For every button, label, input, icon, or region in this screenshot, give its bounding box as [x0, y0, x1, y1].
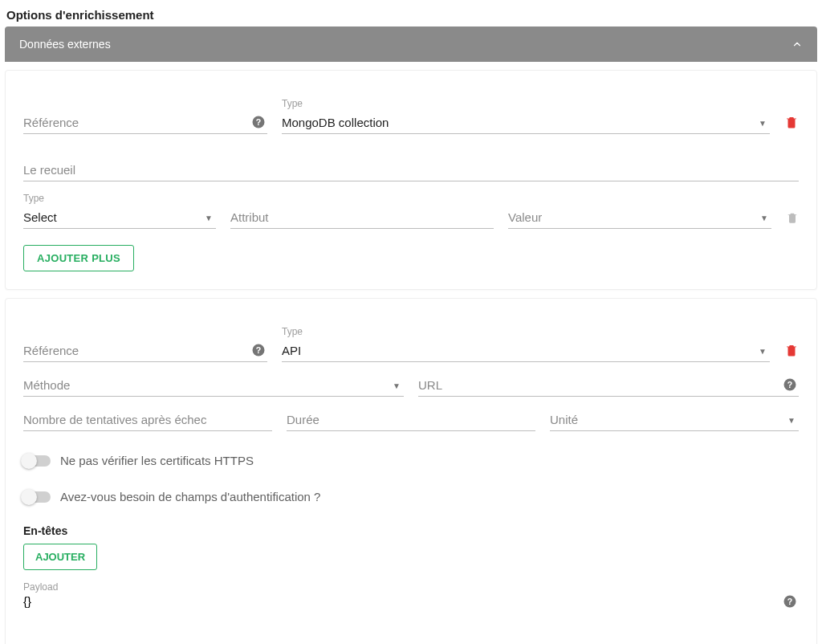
help-icon[interactable]: ? [783, 377, 797, 392]
type-label: Type [282, 98, 770, 109]
type-field: Type API ▼ [282, 326, 770, 362]
type-label: Type [282, 326, 770, 337]
svg-text:?: ? [787, 380, 792, 389]
payload-label: Payload [23, 581, 799, 593]
retries-field [23, 408, 272, 431]
auth-label: Avez-vous besoin de champs d'authentific… [60, 490, 320, 503]
filter-value-field: Valeur ▼ [508, 206, 771, 229]
auth-toggle-row: Avez-vous besoin de champs d'authentific… [23, 490, 799, 503]
filter-attribute-input[interactable] [230, 206, 494, 229]
filter-value-select[interactable]: Valeur [508, 206, 771, 229]
collection-input[interactable]: Le recueil [23, 145, 799, 181]
help-icon[interactable]: ? [251, 343, 266, 357]
enrichment-card-api: ? Type API ▼ Méthode ▼ ? [5, 298, 817, 644]
svg-text:?: ? [256, 117, 261, 127]
filter-type-label: Type [23, 193, 216, 204]
url-field: ? [418, 373, 799, 397]
filter-type-select[interactable]: Select [23, 206, 216, 229]
reference-input[interactable] [23, 111, 267, 134]
verify-https-toggle-row: Ne pas vérifier les certificats HTTPS [23, 454, 799, 467]
collection-field: Le recueil [23, 145, 799, 181]
retries-input[interactable] [23, 408, 272, 431]
type-select[interactable]: API [282, 339, 770, 362]
payload-textarea[interactable] [23, 593, 799, 644]
headers-heading: En-têtes [23, 524, 799, 537]
filter-type-field: Type Select ▼ [23, 193, 216, 229]
method-field: Méthode ▼ [23, 373, 404, 397]
type-select[interactable]: MongoDB collection [282, 111, 770, 134]
payload-field: ? [23, 593, 799, 644]
accordion-header-external-data[interactable]: Données externes [5, 26, 817, 62]
verify-https-toggle[interactable] [23, 455, 51, 467]
delete-icon[interactable] [784, 343, 799, 357]
reference-field: ? [23, 339, 267, 362]
accordion-title: Données externes [19, 38, 111, 51]
reference-input[interactable] [23, 339, 267, 362]
add-more-button[interactable]: AJOUTER PLUS [23, 245, 134, 271]
type-field: Type MongoDB collection ▼ [282, 98, 770, 134]
add-header-button[interactable]: AJOUTER [23, 544, 97, 570]
auth-toggle[interactable] [23, 491, 51, 503]
delete-icon [786, 211, 799, 224]
duration-field [287, 408, 535, 431]
url-input[interactable] [418, 373, 799, 397]
verify-https-label: Ne pas vérifier les certificats HTTPS [60, 454, 254, 467]
chevron-up-icon [791, 39, 803, 50]
duration-input[interactable] [287, 408, 535, 431]
filter-attribute-field [230, 206, 494, 229]
svg-text:?: ? [787, 597, 792, 606]
method-select[interactable]: Méthode [23, 373, 404, 397]
unit-select[interactable]: Unité [550, 408, 799, 431]
svg-text:?: ? [256, 345, 261, 355]
help-icon[interactable]: ? [251, 115, 266, 129]
page-title: Options d'enrichissement [5, 0, 817, 26]
help-icon[interactable]: ? [783, 594, 797, 609]
delete-icon[interactable] [784, 115, 799, 129]
enrichment-card-mongodb: ? Type MongoDB collection ▼ Le recueil T… [5, 70, 817, 290]
unit-field: Unité ▼ [550, 408, 799, 431]
reference-field: ? [23, 111, 267, 134]
